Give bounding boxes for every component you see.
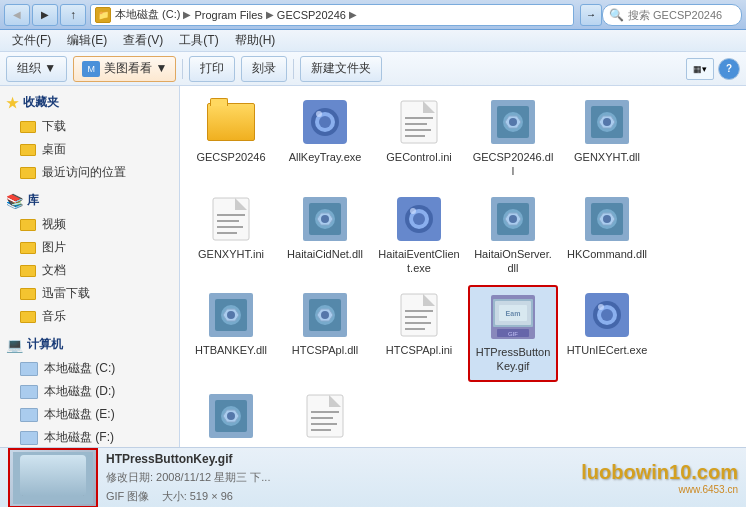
sidebar-item-drive-f[interactable]: 本地磁盘 (F:): [0, 426, 179, 447]
menu-view[interactable]: 查看(V): [115, 30, 171, 51]
svg-text:Eam: Eam: [45, 473, 62, 482]
file-item-11[interactable]: HTCSPApl.dll: [280, 285, 370, 382]
file-item-13[interactable]: Eam GIF HTPressButtonKey.gif: [468, 285, 558, 382]
sidebar-item-desktop[interactable]: 桌面: [0, 138, 179, 161]
address-folder-icon: 📁: [95, 7, 111, 23]
title-bar: ◀ ▶ ↑ 📁 本地磁盘 (C:) ▶ Program Files ▶ GECS…: [0, 0, 746, 30]
xunlei-folder-icon: [20, 288, 36, 300]
videos-folder-icon: [20, 219, 36, 231]
sidebar-item-pictures[interactable]: 图片: [0, 236, 179, 259]
file-item-10[interactable]: HTBANKEY.dll: [186, 285, 276, 382]
favorites-header[interactable]: ★ 收藏夹: [0, 90, 179, 115]
music-label: 音乐: [42, 308, 66, 325]
address-part-2: Program Files: [194, 9, 262, 21]
engrave-button[interactable]: 刻录: [241, 56, 287, 82]
libraries-header[interactable]: 📚 库: [0, 188, 179, 213]
sidebar-item-drive-c[interactable]: 本地磁盘 (C:): [0, 357, 179, 380]
sidebar-item-drive-e[interactable]: 本地磁盘 (E:): [0, 403, 179, 426]
dll-icon-15: [207, 392, 255, 440]
menu-help[interactable]: 帮助(H): [227, 30, 284, 51]
file-item-4[interactable]: GENXYHT.dll: [562, 92, 652, 185]
sidebar-item-videos[interactable]: 视频: [0, 213, 179, 236]
sidebar-item-drive-d[interactable]: 本地磁盘 (D:): [0, 380, 179, 403]
breadcrumb-sep-3: ▶: [349, 9, 357, 20]
help-button[interactable]: ?: [718, 58, 740, 80]
documents-label: 文档: [42, 262, 66, 279]
meitu-icon: M: [82, 61, 100, 77]
file-name-4: GENXYHT.dll: [574, 150, 640, 164]
organize-button[interactable]: 组织 ▼: [6, 56, 67, 82]
sidebar: ★ 收藏夹 下载 桌面 最近访问的位置 📚: [0, 86, 180, 447]
sidebar-item-documents[interactable]: 文档: [0, 259, 179, 282]
sidebar-item-xunlei[interactable]: 迅雷下载: [0, 282, 179, 305]
pictures-folder-icon: [20, 242, 36, 254]
sidebar-item-music[interactable]: 音乐: [0, 305, 179, 328]
address-go-button[interactable]: →: [580, 4, 602, 26]
pictures-label: 图片: [42, 239, 66, 256]
svg-text:GIF: GIF: [508, 331, 518, 337]
sidebar-item-downloads[interactable]: 下载: [0, 115, 179, 138]
svg-text:Eam: Eam: [506, 310, 521, 317]
file-item-8[interactable]: HaitaiOnServer.dll: [468, 189, 558, 282]
search-input[interactable]: [628, 9, 735, 21]
dll-icon-9: [583, 195, 631, 243]
menu-tools[interactable]: 工具(T): [171, 30, 226, 51]
file-item-0[interactable]: GECSP20246: [186, 92, 276, 185]
music-folder-icon: [20, 311, 36, 323]
forward-button[interactable]: ▶: [32, 4, 58, 26]
dll-icon-11: [301, 291, 349, 339]
file-item-9[interactable]: HKCommand.dll: [562, 189, 652, 282]
menu-edit[interactable]: 编辑(E): [59, 30, 115, 51]
view-options-button[interactable]: ▦▾: [686, 58, 714, 80]
xunlei-label: 迅雷下载: [42, 285, 90, 302]
svg-point-32: [413, 213, 425, 225]
svg-point-45: [227, 311, 235, 319]
file-item-15[interactable]: NXYUSB_61_HT.dll: [186, 386, 276, 447]
meitu-button[interactable]: M 美图看看 ▼: [73, 56, 176, 82]
svg-point-37: [509, 215, 517, 223]
ini-icon-2: [395, 98, 443, 146]
up-button[interactable]: ↑: [60, 4, 86, 26]
preview-image: Eam: [10, 450, 96, 506]
status-type: GIF 图像: [106, 490, 149, 502]
file-item-1[interactable]: AllKeyTray.exe: [280, 92, 370, 185]
file-item-14[interactable]: HTUnIECert.exe: [562, 285, 652, 382]
file-name-5: GENXYHT.ini: [198, 247, 264, 261]
search-bar[interactable]: 🔍: [602, 4, 742, 26]
desktop-folder-icon: [20, 144, 36, 156]
libraries-label: 库: [27, 192, 39, 209]
file-item-5[interactable]: GENXYHT.ini: [186, 189, 276, 282]
computer-header[interactable]: 💻 计算机: [0, 332, 179, 357]
svg-point-14: [509, 118, 517, 126]
file-item-12[interactable]: HTCSPApl.ini: [374, 285, 464, 382]
svg-point-67: [598, 304, 604, 310]
status-bar: Eam HTPressButtonKey.gif 修改日期: 2008/11/1…: [0, 447, 746, 507]
breadcrumb-sep-1: ▶: [183, 9, 191, 20]
drive-d-icon: [20, 385, 38, 399]
newfolder-button[interactable]: 新建文件夹: [300, 56, 382, 82]
svg-rect-81: [27, 464, 79, 490]
sidebar-item-recent[interactable]: 最近访问的位置: [0, 161, 179, 184]
address-bar[interactable]: 📁 本地磁盘 (C:) ▶ Program Files ▶ GECSP20246…: [90, 4, 574, 26]
print-button[interactable]: 打印: [189, 56, 235, 82]
dll-icon-4: [583, 98, 631, 146]
file-item-6[interactable]: HaitaiCidNet.dll: [280, 189, 370, 282]
file-name-2: GEControl.ini: [386, 150, 451, 164]
dll-icon-3: [489, 98, 537, 146]
search-icon: 🔍: [609, 8, 624, 22]
menu-file[interactable]: 文件(F): [4, 30, 59, 51]
folder-icon-0: [207, 98, 255, 146]
back-button[interactable]: ◀: [4, 4, 30, 26]
file-item-3[interactable]: GECSP20246.dll: [468, 92, 558, 185]
drive-f-label: 本地磁盘 (F:): [44, 429, 114, 446]
file-name-7: HaitaiEventClient.exe: [378, 247, 460, 276]
favorites-star-icon: ★: [6, 95, 19, 111]
svg-point-28: [321, 215, 329, 223]
documents-folder-icon: [20, 265, 36, 277]
status-preview: Eam: [8, 448, 98, 508]
file-item-2[interactable]: GEControl.ini: [374, 92, 464, 185]
file-item-7[interactable]: HaitaiEventClient.exe: [374, 189, 464, 282]
ini-icon-16: [301, 392, 349, 440]
file-item-16[interactable]: NXYUSB_61_HT.ini: [280, 386, 370, 447]
svg-rect-80: [21, 458, 85, 496]
